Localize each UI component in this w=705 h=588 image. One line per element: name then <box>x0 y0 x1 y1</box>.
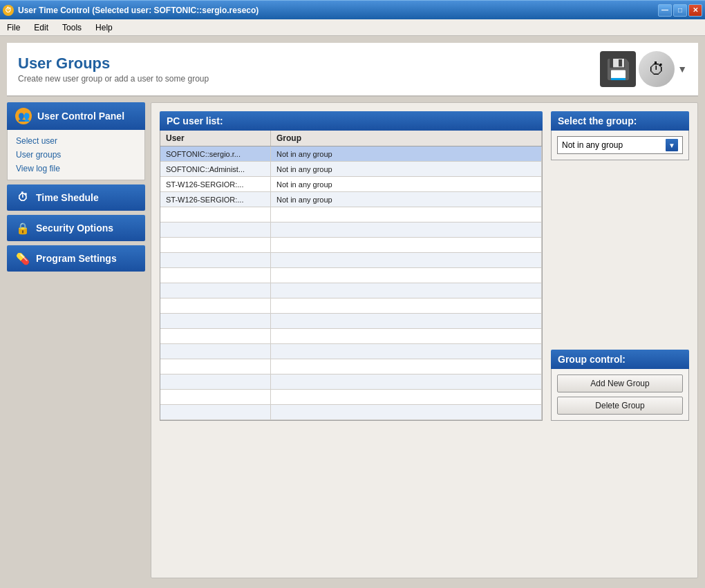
table-row[interactable]: SOFTONIC::Administ... Not in any group <box>160 162 542 177</box>
sidebar-panel-header: 👥 User Control Panel <box>7 102 145 130</box>
table-header-row: User Group <box>160 131 542 146</box>
dropdown-arrow-icon[interactable]: ▼ <box>677 64 687 75</box>
group-select-section: Select the group: Not in any group ▼ <box>551 111 689 160</box>
pc-user-list-header: PC user list: <box>160 111 543 131</box>
table-row-empty <box>160 283 542 298</box>
cell-group: Not in any group <box>271 146 542 161</box>
group-control-body: Add New Group Delete Group <box>551 369 689 421</box>
table-row-empty <box>160 359 542 374</box>
table-row-empty <box>160 314 542 329</box>
sidebar-item-program-settings[interactable]: 💊 Program Settings <box>7 245 145 272</box>
group-select-body: Not in any group ▼ <box>551 131 689 160</box>
cell-user: ST-W126-SERGIOR:... <box>160 177 271 191</box>
clock-nav-icon: ⏱ <box>15 190 30 205</box>
cell-user: SOFTONIC::Administ... <box>160 162 271 176</box>
table-row-empty <box>160 374 542 390</box>
user-table: User Group SOFTONIC::sergio.r... Not in … <box>160 131 543 421</box>
cell-group: Not in any group <box>271 162 542 176</box>
cell-group: Not in any group <box>271 192 542 207</box>
table-row-empty <box>160 344 542 359</box>
title-bar-left: ⏱ User Time Control (Selected user: SOFT… <box>3 5 258 16</box>
minimize-button[interactable]: — <box>658 4 672 17</box>
sidebar-panel-title: User Control Panel <box>37 111 124 122</box>
sidebar-links: Select user User groups View log file <box>7 130 145 180</box>
settings-icon: 💊 <box>15 251 30 266</box>
spacer <box>551 160 689 344</box>
cell-user: SOFTONIC::sergio.r... <box>160 146 271 161</box>
sidebar-link-user-groups[interactable]: User groups <box>16 148 136 162</box>
table-row-empty <box>160 405 542 420</box>
table-row-empty <box>160 222 542 238</box>
group-selected-option: Not in any group <box>562 140 623 150</box>
menu-bar: File Edit Tools Help <box>0 19 705 36</box>
menu-file[interactable]: File <box>3 21 24 34</box>
add-new-group-button[interactable]: Add New Group <box>557 374 683 392</box>
group-control-header: Group control: <box>551 350 689 369</box>
group-control-section: Group control: Add New Group Delete Grou… <box>551 350 689 421</box>
menu-help[interactable]: Help <box>91 21 117 34</box>
header-text: User Groups Create new user group or add… <box>18 55 209 84</box>
save-icon[interactable]: 💾 <box>600 51 636 87</box>
header-section: User Groups Create new user group or add… <box>7 43 698 97</box>
cell-user: ST-W126-SERGIOR:... <box>160 192 271 207</box>
col-header-user: User <box>160 131 271 146</box>
col-header-group: Group <box>271 131 542 146</box>
page-subtitle: Create new user group or add a user to s… <box>18 74 209 84</box>
user-list-section: PC user list: User Group SOFTONIC::sergi… <box>160 111 689 421</box>
sidebar-item-time-schedule[interactable]: ⏱ Time Shedule <box>7 184 145 211</box>
right-panel: Select the group: Not in any group ▼ Gro… <box>551 111 689 421</box>
group-select-header: Select the group: <box>551 111 689 131</box>
table-row-empty <box>160 390 542 405</box>
main-window: User Groups Create new user group or add… <box>0 36 705 588</box>
user-control-icon: 👥 <box>15 108 32 124</box>
menu-edit[interactable]: Edit <box>30 21 53 34</box>
app-icon: ⏱ <box>3 5 14 16</box>
sidebar-security-label: Security Options <box>36 222 113 234</box>
cell-group: Not in any group <box>271 177 542 191</box>
sidebar-settings-label: Program Settings <box>36 253 117 264</box>
close-button[interactable]: ✕ <box>688 4 702 17</box>
title-bar: ⏱ User Time Control (Selected user: SOFT… <box>0 0 705 19</box>
sidebar-time-schedule-label: Time Shedule <box>36 192 99 203</box>
table-row[interactable]: ST-W126-SERGIOR:... Not in any group <box>160 177 542 192</box>
main-content: PC user list: User Group SOFTONIC::sergi… <box>151 102 698 578</box>
delete-group-button[interactable]: Delete Group <box>557 397 683 415</box>
clock-icon[interactable]: ⏱ <box>639 51 675 87</box>
page-title: User Groups <box>18 55 209 73</box>
sidebar-item-security-options[interactable]: 🔒 Security Options <box>7 215 145 241</box>
table-row-empty <box>160 207 542 222</box>
table-row-empty <box>160 329 542 344</box>
sidebar-link-select-user[interactable]: Select user <box>16 134 136 148</box>
content-area: 👥 User Control Panel Select user User gr… <box>7 102 698 578</box>
table-row-empty <box>160 238 542 253</box>
maximize-button[interactable]: □ <box>673 4 687 17</box>
table-row-empty <box>160 268 542 283</box>
sidebar-link-view-log[interactable]: View log file <box>16 162 136 176</box>
lock-icon: 🔒 <box>15 220 30 236</box>
table-row-empty <box>160 298 542 314</box>
pc-user-list: PC user list: User Group SOFTONIC::sergi… <box>160 111 543 421</box>
dropdown-arrow-icon: ▼ <box>666 139 678 151</box>
menu-tools[interactable]: Tools <box>58 21 86 34</box>
table-row[interactable]: ST-W126-SERGIOR:... Not in any group <box>160 192 542 207</box>
title-text: User Time Control (Selected user: SOFTON… <box>18 6 258 15</box>
table-row[interactable]: SOFTONIC::sergio.r... Not in any group <box>160 146 542 162</box>
group-dropdown[interactable]: Not in any group ▼ <box>557 136 683 154</box>
sidebar: 👥 User Control Panel Select user User gr… <box>7 102 145 578</box>
header-icons: 💾 ⏱ ▼ <box>600 51 687 87</box>
window-controls: — □ ✕ <box>658 4 702 17</box>
table-row-empty <box>160 253 542 268</box>
